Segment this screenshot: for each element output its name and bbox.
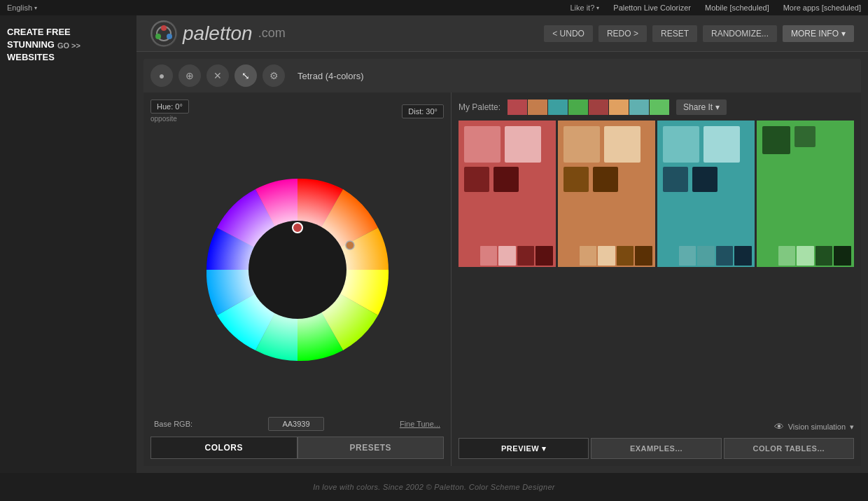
more-apps-link[interactable]: More apps [scheduled] — [783, 4, 861, 12]
palette-swatch-2[interactable] — [528, 99, 547, 115]
vision-row: 👁 Vision simulation ▾ — [458, 421, 854, 432]
colors-tab[interactable]: COLORS — [150, 437, 298, 459]
svg-point-4 — [155, 34, 161, 39]
quad-green-mini-5[interactable] — [834, 246, 851, 266]
language-caret: ▾ — [34, 5, 37, 11]
base-rgb-label: Base RGB: — [154, 420, 192, 428]
quad-red-light2[interactable] — [505, 126, 541, 163]
sidebar-headline: CREATE FREE STUNNING GO >> WEBSITES — [7, 26, 80, 64]
quad-red-mini-2[interactable] — [480, 246, 498, 266]
svg-point-2 — [161, 25, 167, 31]
opposite-label: opposite — [150, 115, 189, 123]
quad-green-bottom — [757, 245, 854, 267]
footer-text: In love with colors. Since 2002 © Palett… — [313, 483, 555, 491]
quad-orange-mini-4[interactable] — [617, 246, 634, 266]
palette-swatch-5[interactable] — [589, 99, 608, 115]
reset-button[interactable]: RESET — [652, 25, 697, 42]
more-info-caret: ▾ — [841, 29, 846, 39]
logo-icon — [150, 20, 177, 47]
share-button[interactable]: Share It ▾ — [676, 99, 727, 115]
color-dot-orange[interactable] — [346, 241, 354, 249]
quad-teal-dark2[interactable] — [692, 167, 718, 192]
quad-orange-mini-1[interactable] — [561, 246, 578, 266]
base-rgb-input[interactable] — [268, 417, 324, 431]
quad-teal-light2[interactable] — [704, 126, 740, 163]
quad-red-dark1[interactable] — [464, 167, 489, 192]
palette-swatch-1[interactable] — [507, 99, 527, 115]
color-grid — [458, 121, 854, 416]
quad-teal-mini-3[interactable] — [697, 246, 715, 266]
quad-teal-mini-2[interactable] — [679, 246, 696, 266]
quad-red-mini-3[interactable] — [498, 246, 516, 266]
preview-tab[interactable]: PREVIEW ▾ — [458, 438, 589, 459]
redo-button[interactable]: REDO > — [598, 25, 647, 42]
quadrant-green — [757, 121, 854, 267]
quad-red-mini-5[interactable] — [536, 246, 553, 266]
quad-teal-mini-5[interactable] — [734, 246, 752, 266]
quad-orange-mini-2[interactable] — [580, 246, 597, 266]
quad-orange-mini-5[interactable] — [635, 246, 652, 266]
mode-triad-icon[interactable]: ✕ — [206, 64, 229, 87]
quad-teal-dark1[interactable] — [663, 167, 688, 192]
quad-orange-dark2[interactable] — [593, 167, 618, 192]
palette-label: My Palette: — [458, 102, 500, 112]
vision-eye-icon: 👁 — [774, 421, 784, 432]
quad-red-dark2[interactable] — [493, 167, 519, 192]
likeit-caret: ▾ — [596, 5, 599, 11]
more-info-button[interactable]: MORE INFO ▾ — [783, 25, 854, 42]
live-colorizer-link[interactable]: Paletton Live Colorizer — [613, 4, 691, 12]
hue-control[interactable]: Hue: 0° — [150, 99, 189, 114]
examples-tab[interactable]: EXAMPLES... — [591, 438, 721, 459]
quad-green-mini-1[interactable] — [760, 246, 777, 266]
mobile-link[interactable]: Mobile [scheduled] — [705, 4, 769, 12]
likeit-selector[interactable]: Like it? ▾ — [570, 4, 599, 12]
quad-green-mini-2[interactable] — [778, 246, 796, 266]
svg-point-3 — [167, 34, 172, 39]
dist-control[interactable]: Dist: 30° — [402, 104, 444, 118]
quadrant-orange — [558, 121, 655, 267]
go-arrow[interactable]: GO >> — [57, 41, 80, 51]
quad-red-light1[interactable] — [464, 126, 500, 163]
quad-red-mini-4[interactable] — [517, 246, 535, 266]
fine-tune-link[interactable]: Fine Tune... — [400, 420, 440, 428]
randomize-button[interactable]: RANDOMIZE... — [703, 25, 777, 42]
color-dot-red[interactable] — [293, 223, 302, 233]
quad-green-dark1[interactable] — [762, 126, 790, 154]
palette-swatch-3[interactable] — [548, 99, 568, 115]
language-selector[interactable]: English ▾ — [7, 4, 37, 12]
quad-teal-mini-4[interactable] — [716, 246, 734, 266]
undo-button[interactable]: < UNDO — [544, 25, 593, 42]
palette-header: My Palette: Share It ▾ — [458, 99, 854, 115]
palette-swatch-8[interactable] — [650, 99, 669, 115]
top-navigation: English ▾ Like it? ▾ Paletton Live Color… — [0, 0, 868, 15]
palette-swatch-6[interactable] — [609, 99, 629, 115]
mode-settings-icon[interactable]: ⚙ — [262, 64, 285, 87]
quad-red-main — [458, 121, 556, 245]
quad-orange-dark1[interactable] — [564, 167, 589, 192]
mode-adjacent-icon[interactable]: ⊕ — [178, 64, 201, 87]
vision-caret: ▾ — [850, 423, 854, 432]
presets-tab[interactable]: PRESETS — [298, 437, 444, 459]
palette-panel: My Palette: Share It ▾ — [451, 92, 861, 466]
color-wheel-container[interactable] — [150, 128, 444, 411]
color-wheel-svg[interactable] — [192, 165, 402, 375]
quad-teal-light1[interactable] — [663, 126, 699, 163]
quad-green-dark2[interactable] — [794, 126, 816, 147]
mode-mono-icon[interactable]: ● — [150, 64, 173, 87]
quad-orange-light1[interactable] — [564, 126, 600, 163]
sidebar: CREATE FREE STUNNING GO >> WEBSITES — [0, 15, 136, 501]
quad-teal-main — [657, 121, 755, 245]
base-rgb-row: Base RGB: Fine Tune... — [150, 417, 444, 431]
action-tabs: PREVIEW ▾ EXAMPLES... COLOR TABLES... — [458, 438, 854, 459]
quad-orange-light2[interactable] — [604, 126, 640, 163]
quad-teal-mini-1[interactable] — [660, 246, 678, 266]
color-tables-tab[interactable]: COLOR TABLES... — [724, 438, 854, 459]
quad-green-mini-3[interactable] — [797, 246, 814, 266]
quad-red-mini-1[interactable] — [461, 246, 479, 266]
logo-dotcom: .com — [258, 26, 286, 41]
quad-green-mini-4[interactable] — [816, 246, 833, 266]
quad-orange-mini-3[interactable] — [598, 246, 615, 266]
palette-swatch-7[interactable] — [629, 99, 649, 115]
palette-swatch-4[interactable] — [568, 99, 588, 115]
mode-tetrad-icon[interactable]: ⤡ — [234, 64, 257, 87]
